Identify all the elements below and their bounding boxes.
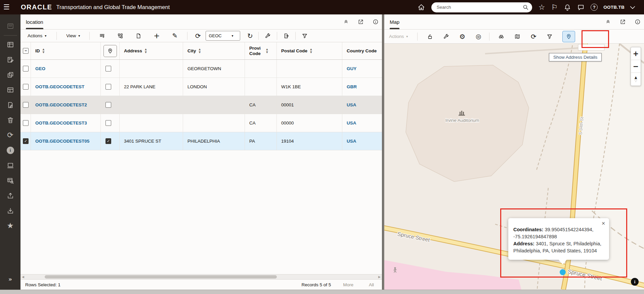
panel-info-icon[interactable] — [635, 19, 641, 25]
filter-funnel-icon[interactable] — [300, 33, 309, 39]
row-checkbox[interactable] — [23, 138, 29, 144]
table-search-icon[interactable] — [6, 176, 15, 185]
row-id-link[interactable]: GEO — [35, 66, 45, 71]
new-document-icon[interactable] — [134, 33, 143, 39]
info-icon[interactable]: i — [6, 146, 15, 155]
open-in-new-window-icon[interactable] — [358, 19, 364, 25]
edit-pencil-icon[interactable]: ✎ — [170, 33, 179, 39]
flag-icon[interactable]: ⚐ — [551, 4, 558, 11]
collapse-panel-icon[interactable] — [343, 19, 349, 25]
row-id-link[interactable]: OOTB.GEOCODETEST3 — [35, 120, 87, 126]
table-row[interactable]: GEO GEORGETOWN GUY — [20, 60, 382, 78]
rerun-query-icon[interactable]: ↻ — [246, 33, 254, 39]
row-country-link[interactable]: GUY — [347, 66, 356, 71]
row-country-link[interactable]: USA — [347, 139, 356, 144]
column-header-province[interactable]: Provi Code ▲▼ — [245, 42, 277, 59]
scrollbar-thumb[interactable] — [45, 275, 276, 279]
row-id-link[interactable]: OOTB.GEOCODETEST — [35, 84, 84, 89]
geocode-pin-header-button[interactable] — [103, 45, 117, 57]
row-geocode-checkbox[interactable] — [105, 120, 111, 126]
help-icon[interactable]: ? — [591, 4, 598, 11]
panel-layout-icon[interactable] — [6, 86, 15, 94]
table-row[interactable]: OOTB.GEOCODETEST2 CA 00001 USA — [20, 96, 382, 114]
row-country-link[interactable]: USA — [347, 120, 356, 126]
map-pan-reset-button[interactable]: ▲ ▽ — [631, 73, 641, 86]
row-id-link[interactable]: OOTB.GEOCODETEST05 — [35, 139, 89, 144]
row-checkbox[interactable] — [23, 84, 29, 90]
row-id-link[interactable]: OOTB.GEOCODETEST2 — [35, 102, 87, 107]
sort-icon[interactable]: ▲▼ — [145, 48, 147, 54]
new-record-plus-icon[interactable]: + — [152, 32, 161, 40]
table-row[interactable]: OOTB.GEOCODETEST3 CA 00000 USA — [20, 114, 382, 132]
map-settings-gear-icon[interactable]: ⚙ — [458, 33, 467, 40]
table-layout-icon[interactable] — [6, 40, 15, 49]
user-menu-label[interactable]: OOTB.TB — [603, 5, 625, 10]
refresh-icon[interactable]: ⟳ — [6, 131, 15, 140]
document-edit-icon[interactable] — [6, 101, 15, 109]
panel-info-icon[interactable] — [373, 19, 379, 25]
map-actions-menu-button[interactable]: Actions▾ — [389, 34, 408, 39]
sort-icon[interactable]: ▲▼ — [266, 48, 268, 54]
map-filter-funnel-icon[interactable] — [545, 34, 554, 40]
favorites-star-icon[interactable]: ☆ — [539, 4, 545, 11]
column-header-city[interactable]: City ▲▼ — [183, 42, 245, 59]
download-icon[interactable] — [6, 206, 15, 215]
row-country-link[interactable]: GBR — [347, 84, 357, 89]
expand-sidebar-icon[interactable]: » — [8, 277, 12, 282]
all-link[interactable]: All — [369, 282, 374, 287]
row-checkbox[interactable] — [23, 120, 29, 126]
home-icon[interactable] — [418, 4, 425, 11]
messages-icon[interactable] — [577, 4, 585, 11]
add-to-list-icon[interactable] — [98, 33, 106, 39]
map-target-icon[interactable]: ◎ — [474, 33, 483, 40]
row-geocode-checkbox[interactable] — [105, 84, 111, 90]
sort-icon[interactable]: ▲▼ — [199, 48, 201, 54]
row-checkbox[interactable] — [23, 102, 29, 108]
popup-close-icon[interactable]: × — [601, 220, 605, 227]
row-country-link[interactable]: USA — [347, 102, 356, 107]
hamburger-menu-icon[interactable]: ☰ — [3, 4, 15, 11]
map-attribution-info-button[interactable]: i — [631, 278, 639, 286]
related-objects-icon[interactable] — [116, 33, 125, 39]
tab-location[interactable]: location — [26, 14, 43, 29]
map-refresh-icon[interactable]: ⟳ — [529, 33, 538, 40]
map-tools-wrench-icon[interactable] — [442, 34, 450, 40]
column-header-country[interactable]: Country Code — [342, 42, 382, 59]
horizontal-scrollbar[interactable]: ◀ ▶ — [20, 274, 382, 280]
tools-wrench-icon[interactable] — [263, 33, 272, 39]
scroll-left-icon[interactable]: ◀ — [22, 276, 24, 279]
binoculars-icon[interactable] — [497, 34, 506, 40]
geocode-marker-dot[interactable] — [560, 269, 566, 275]
workspace-grid-icon[interactable] — [6, 22, 15, 31]
tab-map[interactable]: Map — [390, 14, 399, 29]
delete-trash-icon[interactable] — [6, 116, 15, 125]
select-all-checkbox[interactable] — [23, 48, 29, 54]
zoom-in-button[interactable]: + — [631, 47, 641, 60]
unlock-icon[interactable] — [426, 34, 434, 40]
upload-icon[interactable] — [6, 191, 15, 200]
row-geocode-checkbox[interactable] — [105, 138, 111, 144]
table-row[interactable]: OOTB.GEOCODETEST05 3401 SPRUCE ST PHILAD… — [20, 132, 382, 150]
row-geocode-checkbox[interactable] — [105, 66, 111, 71]
scroll-right-icon[interactable]: ▶ — [378, 276, 381, 279]
refresh-results-icon[interactable]: ⟳ — [194, 33, 202, 39]
export-icon[interactable] — [282, 33, 291, 39]
more-link[interactable]: More — [343, 282, 353, 287]
panel-splitter[interactable] — [382, 14, 384, 290]
workstation-icon[interactable] — [6, 161, 15, 170]
copy-icon[interactable] — [6, 70, 15, 79]
column-header-postal[interactable]: Postal Code ▲▼ — [277, 42, 342, 59]
finder-set-select[interactable]: GEOC ▾ — [206, 31, 240, 41]
view-menu-button[interactable]: View▾ — [66, 33, 80, 38]
row-geocode-checkbox[interactable] — [105, 102, 111, 108]
map-canvas[interactable]: S 34th St Spruce Street Spruce Street Ir… — [384, 44, 644, 290]
actions-menu-button[interactable]: Actions▾ — [28, 33, 46, 38]
search-icon[interactable] — [522, 4, 529, 10]
column-header-address[interactable]: Address ▲▼ — [120, 42, 183, 59]
open-in-new-window-icon[interactable] — [620, 19, 626, 25]
edit-list-icon[interactable] — [6, 55, 15, 64]
zoom-out-button[interactable]: − — [631, 60, 641, 73]
table-row[interactable]: OOTB.GEOCODETEST 22 PARK LANE LONDON W1K… — [20, 78, 382, 96]
sort-icon[interactable]: ▲▼ — [43, 48, 45, 54]
column-header-id[interactable]: ID ▲▼ — [31, 42, 101, 59]
